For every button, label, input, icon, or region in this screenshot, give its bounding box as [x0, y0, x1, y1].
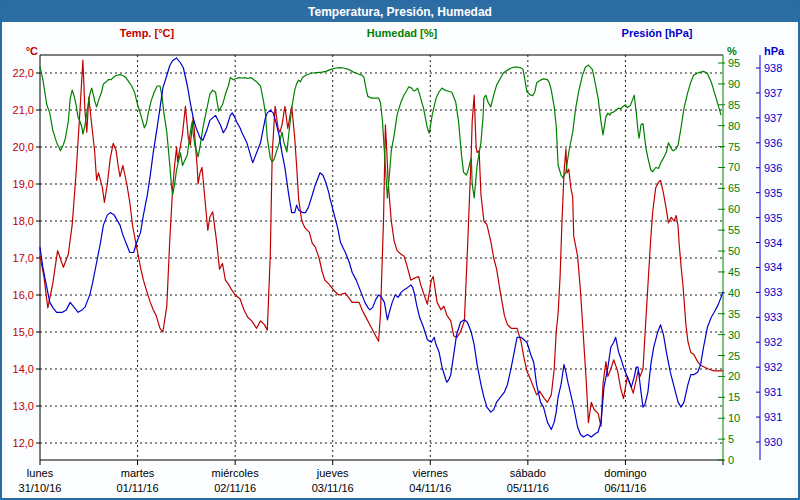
pressure-tick-label: 935 — [764, 187, 782, 199]
pressure-tick-label: 934 — [764, 237, 782, 249]
pressure-tick-label: 934 — [764, 261, 782, 273]
day-date-label: 02/11/16 — [214, 482, 256, 494]
humidity-tick-label: 55 — [728, 224, 740, 236]
temp-tick-label: 12,0 — [13, 437, 34, 449]
temp-tick-label: 22,0 — [13, 67, 34, 79]
pressure-tick-label: 931 — [764, 411, 782, 423]
day-name-label: sábado — [510, 467, 546, 479]
day-date-label: 31/10/16 — [19, 482, 62, 494]
pressure-tick-label: 935 — [764, 212, 782, 224]
pressure-tick-label: 931 — [764, 386, 782, 398]
humidity-tick-label: 45 — [728, 266, 740, 278]
temp-tick-label: 21,0 — [13, 104, 34, 116]
humidity-tick-label: 5 — [728, 433, 734, 445]
day-name-label: jueves — [316, 467, 349, 479]
humidity-tick-label: 0 — [728, 454, 734, 466]
humidity-tick-label: 60 — [728, 203, 740, 215]
day-name-label: martes — [121, 467, 155, 479]
day-name-label: lunes — [27, 467, 54, 479]
day-name-label: viernes — [413, 467, 449, 479]
app-window: Temperatura, Presión, Humedad Temp. [°C]… — [0, 0, 800, 500]
day-name-label: miércoles — [212, 467, 260, 479]
day-date-label: 03/11/16 — [312, 482, 354, 494]
humidity-tick-label: 70 — [728, 161, 740, 173]
humidity-tick-label: 85 — [728, 99, 740, 111]
day-date-label: 06/11/16 — [604, 482, 646, 494]
pressure-tick-label: 932 — [764, 361, 782, 373]
temp-tick-label: 18,0 — [13, 215, 34, 227]
pressure-tick-label: 933 — [764, 311, 782, 323]
pressure-tick-label: 936 — [764, 162, 782, 174]
humidity-tick-label: 30 — [728, 329, 740, 341]
day-date-label: 01/11/16 — [117, 482, 159, 494]
humidity-tick-label: 90 — [728, 78, 740, 90]
humidity-tick-label: 20 — [728, 370, 740, 382]
pressure-tick-label: 937 — [764, 87, 782, 99]
pressure-tick-label: 936 — [764, 137, 782, 149]
temp-tick-label: 16,0 — [13, 289, 34, 301]
day-name-label: domingo — [604, 467, 646, 479]
humidity-tick-label: 50 — [728, 245, 740, 257]
humidity-tick-label: 95 — [728, 57, 740, 69]
humidity-tick-label: 25 — [728, 350, 740, 362]
pressure-tick-label: 933 — [764, 286, 782, 298]
temp-tick-label: 19,0 — [13, 178, 34, 190]
pressure-tick-label: 930 — [764, 436, 782, 448]
temp-tick-label: 15,0 — [13, 326, 34, 338]
humidity-tick-label: 75 — [728, 141, 740, 153]
temp-tick-label: 13,0 — [13, 400, 34, 412]
humidity-tick-label: 35 — [728, 308, 740, 320]
humidity-tick-label: 15 — [728, 391, 740, 403]
humidity-tick-label: 80 — [728, 120, 740, 132]
pressure-tick-label: 932 — [764, 336, 782, 348]
humidity-tick-label: 65 — [728, 182, 740, 194]
temp-tick-label: 20,0 — [13, 141, 34, 153]
temp-tick-label: 17,0 — [13, 252, 34, 264]
humidity-tick-label: 10 — [728, 412, 740, 424]
chart-plot: 22,021,020,019,018,017,016,015,014,013,0… — [2, 2, 798, 498]
humidity-tick-label: 40 — [728, 287, 740, 299]
day-date-label: 05/11/16 — [507, 482, 549, 494]
day-date-label: 04/11/16 — [409, 482, 451, 494]
pressure-tick-label: 937 — [764, 112, 782, 124]
pressure-tick-label: 938 — [764, 62, 782, 74]
temp-tick-label: 14,0 — [13, 363, 34, 375]
